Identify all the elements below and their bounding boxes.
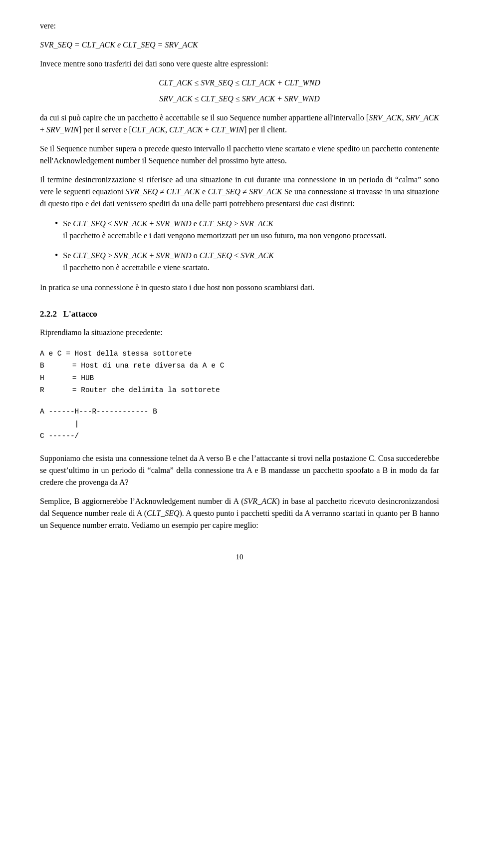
bullet-list: • Se CLT_SEQ < SVR_ACK + SVR_WND e CLT_S… bbox=[55, 218, 439, 274]
code-block: A e C = Host della stessa sottorete B = … bbox=[40, 348, 439, 397]
list-item-1: • Se CLT_SEQ < SVR_ACK + SVR_WND e CLT_S… bbox=[55, 218, 439, 242]
page-number: 10 bbox=[40, 551, 439, 563]
eq1-text: SVR_SEQ = CLT_ACK e CLT_SEQ = SRV_ACK bbox=[40, 40, 198, 49]
eq2-intro-text: Invece mentre sono trasferiti dei dati s… bbox=[40, 59, 268, 68]
code-eq-4: = Router che delimita la sottorete bbox=[55, 384, 220, 397]
bullet-1-text: Se CLT_SEQ < SVR_ACK + SVR_WND e CLT_SEQ… bbox=[63, 218, 439, 242]
para6-text: Semplice, B aggiornerebbe l’Acknowledgem… bbox=[40, 497, 439, 529]
para2-text: Se il Sequence number supera o precede q… bbox=[40, 144, 439, 165]
diagram-line-3: C ------/ bbox=[40, 430, 439, 442]
code-label-2: B bbox=[40, 360, 55, 372]
section-num: 2.2.2 bbox=[40, 309, 57, 319]
riprendiamo-text: Riprendiamo la situazione precedente: bbox=[40, 328, 163, 337]
code-line-3: H = HUB bbox=[40, 372, 439, 385]
ineq2-text: SRV_ACK ≤ CLT_SEQ ≤ SRV_ACK + SRV_WND bbox=[159, 94, 319, 103]
page-number-text: 10 bbox=[236, 553, 243, 561]
eq2-intro-block: Invece mentre sono trasferiti dei dati s… bbox=[40, 58, 439, 70]
code-label-3: H bbox=[40, 372, 55, 385]
list-item-2: • Se CLT_SEQ > SVR_ACK + SVR_WND o CLT_S… bbox=[55, 250, 439, 274]
code-eq-1: = Host della stessa sottorete bbox=[62, 348, 192, 360]
para5-text: Supponiamo che esista una connessione te… bbox=[40, 454, 439, 486]
para2-block: Se il Sequence number supera o precede q… bbox=[40, 143, 439, 167]
diagram-line-1: A ------H---R------------ B bbox=[40, 406, 439, 418]
para3-block: Il termine desincronizzazione si riferis… bbox=[40, 174, 439, 210]
para4-block: In pratica se una connessione è in quest… bbox=[40, 282, 439, 294]
code-line-2: B = Host di una rete diversa da A e C bbox=[40, 360, 439, 372]
code-line-4: R = Router che delimita la sottorete bbox=[40, 384, 439, 397]
section-222-heading: 2.2.2 L'attacco bbox=[40, 308, 439, 321]
bullet-2-text: Se CLT_SEQ > SVR_ACK + SVR_WND o CLT_SEQ… bbox=[63, 250, 439, 274]
ineq1-block: CLT_ACK ≤ SVR_SEQ ≤ CLT_ACK + CLT_WND bbox=[40, 77, 439, 89]
page: vere: SVR_SEQ = CLT_ACK e CLT_SEQ = SRV_… bbox=[0, 0, 479, 868]
para3-text: Il termine desincronizzazione si riferis… bbox=[40, 175, 439, 208]
intro-text: vere: bbox=[40, 21, 56, 30]
intro-line: vere: bbox=[40, 20, 439, 32]
para1-block: da cui si può capire che un pacchetto è … bbox=[40, 112, 439, 136]
para5-block: Supponiamo che esista una connessione te… bbox=[40, 452, 439, 488]
code-label-1: A e C bbox=[40, 348, 62, 360]
bullet-1-dot: • bbox=[55, 217, 58, 230]
code-label-4: R bbox=[40, 384, 55, 397]
code-line-1: A e C = Host della stessa sottorete bbox=[40, 348, 439, 360]
eq1-block: SVR_SEQ = CLT_ACK e CLT_SEQ = SRV_ACK bbox=[40, 39, 439, 51]
ascii-diagram: A ------H---R------------ B | C ------/ bbox=[40, 406, 439, 442]
diagram-line-2: | bbox=[40, 418, 439, 431]
code-eq-3: = HUB bbox=[55, 372, 94, 385]
para1-text: da cui si può capire che un pacchetto è … bbox=[40, 113, 439, 134]
para4-text: In pratica se una connessione è in quest… bbox=[40, 283, 314, 292]
riprendiamo-block: Riprendiamo la situazione precedente: bbox=[40, 327, 439, 339]
bullet-2-dot: • bbox=[55, 249, 58, 262]
code-eq-2: = Host di una rete diversa da A e C bbox=[55, 360, 224, 372]
section-title: L'attacco bbox=[63, 309, 97, 319]
para6-block: Semplice, B aggiornerebbe l’Acknowledgem… bbox=[40, 495, 439, 531]
ineq2-block: SRV_ACK ≤ CLT_SEQ ≤ SRV_ACK + SRV_WND bbox=[40, 93, 439, 105]
ineq1-text: CLT_ACK ≤ SVR_SEQ ≤ CLT_ACK + CLT_WND bbox=[159, 78, 320, 87]
